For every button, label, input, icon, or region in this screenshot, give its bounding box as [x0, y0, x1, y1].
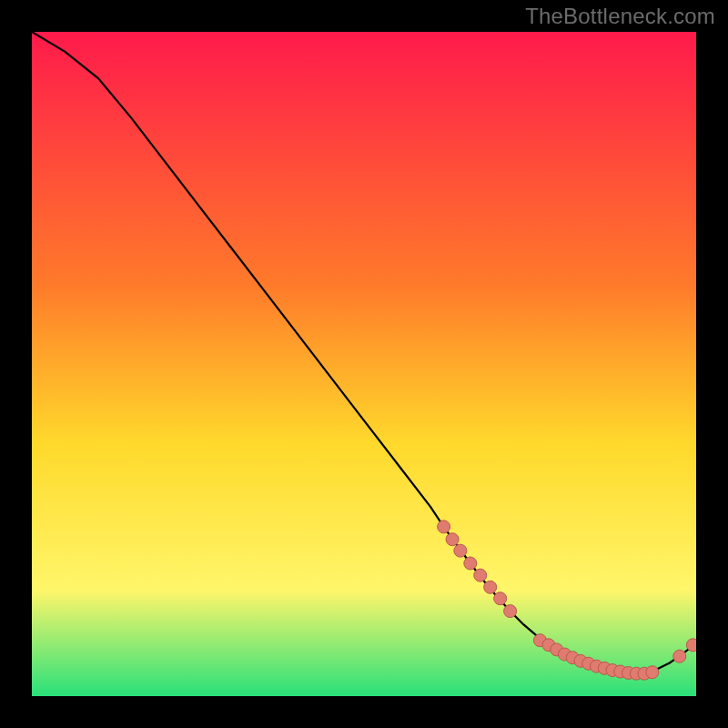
data-marker — [464, 557, 477, 570]
data-marker — [673, 650, 686, 662]
data-marker — [504, 605, 517, 618]
data-marker — [454, 544, 467, 557]
gradient-background — [32, 32, 696, 696]
chart-frame: TheBottleneck.com — [0, 0, 728, 728]
data-marker — [438, 521, 450, 533]
chart-svg — [32, 32, 696, 696]
plot-area — [32, 32, 696, 696]
data-marker — [446, 533, 459, 546]
data-marker — [484, 581, 497, 593]
data-marker — [646, 666, 659, 679]
data-marker — [494, 592, 507, 605]
watermark-text: TheBottleneck.com — [525, 4, 715, 29]
data-marker — [474, 569, 487, 581]
data-marker — [686, 639, 696, 652]
